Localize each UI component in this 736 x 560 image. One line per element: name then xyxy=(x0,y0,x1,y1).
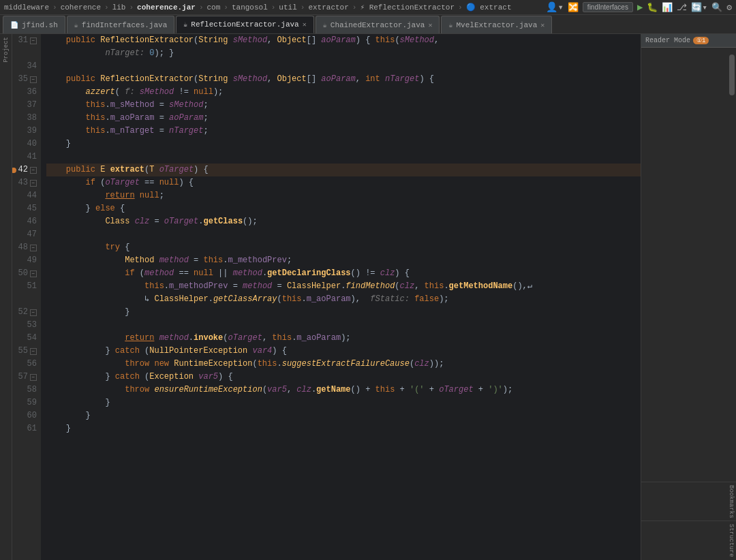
fold-icon-48[interactable]: − xyxy=(30,245,37,251)
line-num-61: 61 xyxy=(15,422,37,435)
code-line-40: } xyxy=(46,138,641,151)
line-num-54: 54 xyxy=(15,332,37,345)
tab-label-mvelextractor: MvelExtractor.java xyxy=(456,21,537,29)
nav-crumb-jar[interactable]: coherence.jar xyxy=(137,3,196,12)
line-num-41: 41 xyxy=(15,151,37,164)
nav-profile-icon[interactable]: 📊 xyxy=(662,2,673,13)
code-line-47 xyxy=(46,228,641,241)
code-line-53 xyxy=(46,319,641,332)
nav-crumb-method[interactable]: 🔵 extract xyxy=(466,3,512,12)
tab-findinterfaces[interactable]: ☕ findInterfaces.java xyxy=(67,16,174,33)
line-num-43: 43− xyxy=(15,176,37,189)
nav-crumb-middleware[interactable]: middleware xyxy=(4,3,49,12)
reader-mode-bar: Reader Mode ①1 xyxy=(641,34,736,48)
tab-icon-findinterfaces: ☕ xyxy=(74,21,78,29)
reader-mode-label[interactable]: Reader Mode xyxy=(645,37,690,44)
code-line-51b: ↳ ClassHelper.getClassArray(this.m_aoPar… xyxy=(46,293,641,306)
sidebar-project-label[interactable]: Project xyxy=(3,34,10,65)
nav-vcs-icon[interactable]: 🔀 xyxy=(568,2,579,13)
code-line-31: public ReflectionExtractor(String sMetho… xyxy=(46,34,641,47)
tab-close-chainedextractor[interactable]: ✕ xyxy=(428,21,432,29)
line-num-48: 48− xyxy=(15,241,37,254)
fold-icon-52[interactable]: − xyxy=(30,309,37,316)
code-line-55: } catch (NullPointerException var4) { xyxy=(46,345,641,358)
code-line-46: Class clz = oTarget.getClass(); xyxy=(46,215,641,228)
code-line-31b: nTarget: 0); } xyxy=(46,47,641,60)
tab-icon-jfind: 📄 xyxy=(10,21,18,29)
tab-chainedextractor[interactable]: ☕ ChainedExtractor.java ✕ xyxy=(316,16,440,33)
line-num-40: 40 xyxy=(15,138,37,151)
bookmarks-label[interactable]: Bookmarks xyxy=(641,482,736,521)
code-editor[interactable]: public ReflectionExtractor(String sMetho… xyxy=(41,34,641,560)
nav-crumb-util[interactable]: util xyxy=(279,3,296,12)
nav-debug-icon[interactable]: 🐛 xyxy=(647,2,658,13)
fold-icon-55[interactable]: − xyxy=(30,348,37,355)
code-line-39: this.m_nTarget = nTarget; xyxy=(46,125,641,138)
line-num-36: 36 xyxy=(15,86,37,99)
tab-close-mvelextractor[interactable]: ✕ xyxy=(540,21,545,29)
code-line-45: } else { xyxy=(46,202,641,215)
tab-reflectionextractor[interactable]: ☕ ReflectionExtractor.java ✕ xyxy=(176,16,314,33)
tab-label-findinterfaces: findInterfaces.java xyxy=(82,21,167,29)
code-line-41 xyxy=(46,151,641,164)
line-num-49: 49 xyxy=(15,254,37,267)
line-num-56: 56 xyxy=(15,358,37,371)
left-sidebar: Project xyxy=(0,34,12,560)
code-line-35: public ReflectionExtractor(String sMetho… xyxy=(46,73,641,86)
line-num-34: 34 xyxy=(15,60,37,73)
nav-crumb-extractor[interactable]: extractor xyxy=(308,3,348,12)
nav-update-icon[interactable]: 🔄▾ xyxy=(691,2,707,13)
line-num-57: 57− xyxy=(15,371,37,384)
breakpoint-42[interactable] xyxy=(12,168,16,173)
code-line-42: public E extract(T oTarget) { xyxy=(46,164,641,176)
line-num-60: 60 xyxy=(15,409,37,422)
code-line-60: } xyxy=(46,409,641,422)
code-line-48: try { xyxy=(46,241,641,254)
line-num-31: 31− xyxy=(15,34,37,47)
nav-crumb-com[interactable]: com xyxy=(207,3,221,12)
nav-run-icon[interactable]: ▶ xyxy=(637,1,643,13)
line-num-35: 35− xyxy=(15,73,37,86)
code-line-44: return null; xyxy=(46,189,641,202)
nav-settings-icon[interactable]: ⚙ xyxy=(726,2,732,13)
line-num-53: 53 xyxy=(15,319,37,332)
line-num-42: 42− xyxy=(15,164,37,176)
fold-icon-50[interactable]: − xyxy=(30,270,37,277)
scrollbar-thumb[interactable] xyxy=(729,55,735,95)
line-num-51: 51 xyxy=(15,280,37,293)
line-num-39: 39 xyxy=(15,125,37,138)
line-num-45: 45 xyxy=(15,202,37,215)
nav-crumb-lib[interactable]: lib xyxy=(112,3,126,12)
tab-label-jfind: jfind.sh xyxy=(22,21,58,29)
scrollbar-area[interactable] xyxy=(641,48,736,482)
tab-close-reflectionextractor[interactable]: ✕ xyxy=(303,20,307,29)
code-line-58: throw ensureRuntimeException(var5, clz.g… xyxy=(46,384,641,396)
code-line-59: } xyxy=(46,396,641,409)
nav-crumb-coherence[interactable]: coherence xyxy=(61,3,101,12)
code-line-57: } catch (Exception var5) { xyxy=(46,371,641,384)
fold-icon-43[interactable]: − xyxy=(30,180,37,187)
line-num-37: 37 xyxy=(15,99,37,112)
code-line-43: if (oTarget == null) { xyxy=(46,176,641,189)
fold-icon-35[interactable]: − xyxy=(30,76,37,83)
tab-bar: 📄 jfind.sh ☕ findInterfaces.java ☕ Refle… xyxy=(0,15,736,34)
find-interfaces-button[interactable]: findInterfaces xyxy=(583,2,633,12)
fold-icon-57[interactable]: − xyxy=(30,374,37,381)
nav-search-icon[interactable]: 🔍 xyxy=(711,2,722,13)
nav-git-icon[interactable]: ⎇ xyxy=(677,2,687,13)
nav-crumb-tangosol[interactable]: tangosol xyxy=(232,3,268,12)
code-line-34 xyxy=(46,60,641,73)
code-line-36: azzert( f: sMethod != null); xyxy=(46,86,641,99)
code-line-38: this.m_aoParam = aoParam; xyxy=(46,112,641,125)
tab-label-reflectionextractor: ReflectionExtractor.java xyxy=(191,20,298,29)
tab-mvelextractor[interactable]: ☕ MvelExtractor.java ✕ xyxy=(441,16,552,33)
fold-icon-42[interactable]: − xyxy=(30,167,37,174)
fold-icon-31[interactable]: − xyxy=(30,37,37,44)
tab-label-chainedextractor: ChainedExtractor.java xyxy=(331,21,425,29)
nav-user-icon[interactable]: 👤▾ xyxy=(546,1,563,13)
tab-jfind[interactable]: 📄 jfind.sh xyxy=(3,16,65,33)
structure-label[interactable]: Structure xyxy=(641,520,736,560)
nav-crumb-class[interactable]: ⚡ ReflectionExtractor xyxy=(360,3,455,12)
navigation-bar: middleware › coherence › lib › coherence… xyxy=(0,0,736,15)
right-panel: Reader Mode ①1 Bookmarks Structure xyxy=(641,34,736,560)
